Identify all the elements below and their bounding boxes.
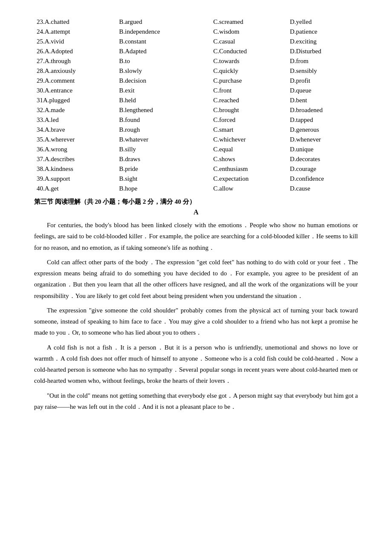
- passage-title: A: [34, 208, 358, 216]
- table-row: 37.A.describesB.drawsC.showsD.decorates: [34, 154, 358, 164]
- option-b: B.slowly: [116, 66, 210, 76]
- table-row: 36.A.wrongB.sillyC.equalD.unique: [34, 145, 358, 154]
- option-b: B.whatever: [116, 135, 210, 145]
- question-number: 32.A.made: [34, 105, 116, 115]
- passage-paragraph: For centuries, the body's blood has been…: [34, 220, 358, 253]
- table-row: 25.A.vividB.constantC.casualD.exciting: [34, 37, 358, 46]
- table-row: 33.A.ledB.foundC.forcedD.tapped: [34, 115, 358, 125]
- option-d: D.tapped: [287, 115, 358, 125]
- option-b: B.rough: [116, 125, 210, 135]
- option-c: C.expectation: [211, 174, 288, 184]
- table-row: 32.A.madeB.lengthenedC.broughtD.broadene…: [34, 105, 358, 115]
- table-row: 24.A.attemptB.independenceC.wisdomD.pati…: [34, 27, 358, 37]
- option-d: D.cause: [287, 184, 358, 194]
- option-d: D.from: [287, 56, 358, 66]
- option-b: B.draws: [116, 154, 210, 164]
- option-c: C.quickly: [211, 66, 288, 76]
- option-d: D.yelled: [287, 17, 358, 27]
- option-b: B.to: [116, 56, 210, 66]
- option-c: C.screamed: [211, 17, 288, 27]
- option-d: D.confidence: [287, 174, 358, 184]
- question-number: 36.A.wrong: [34, 145, 116, 154]
- question-number: 39.A.support: [34, 174, 116, 184]
- question-number: 27.A.through: [34, 56, 116, 66]
- option-c: C.casual: [211, 37, 288, 46]
- option-b: B.lengthened: [116, 105, 210, 115]
- option-c: C.smart: [211, 125, 288, 135]
- questions-table: 23.A.chattedB.arguedC.screamedD.yelled24…: [34, 17, 358, 194]
- passage-paragraph: A cold fish is not a fish．It is a person…: [34, 342, 358, 387]
- table-row: 34.A.braveB.roughC.smartD.generous: [34, 125, 358, 135]
- section-header: 第三节 阅读理解（共 20 小题；每小题 2 分，满分 40 分）: [34, 198, 358, 206]
- option-b: B.exit: [116, 86, 210, 95]
- option-b: B.independence: [116, 27, 210, 37]
- option-b: B.decision: [116, 76, 210, 86]
- option-b: B.sight: [116, 174, 210, 184]
- question-number: 24.A.attempt: [34, 27, 116, 37]
- option-b: B.pride: [116, 164, 210, 174]
- option-c: C.Conducted: [211, 46, 288, 56]
- passage-body: For centuries, the body's blood has been…: [34, 220, 358, 412]
- option-b: B.held: [116, 95, 210, 105]
- table-row: 38.A.kindnessB.prideC.enthusiasmD.courag…: [34, 164, 358, 174]
- question-number: 40.A.get: [34, 184, 116, 194]
- option-b: B.Adapted: [116, 46, 210, 56]
- option-d: D.broadened: [287, 105, 358, 115]
- table-row: 39.A.supportB.sightC.expectationD.confid…: [34, 174, 358, 184]
- option-d: D.generous: [287, 125, 358, 135]
- question-number: 25.A.vivid: [34, 37, 116, 46]
- option-d: D.whenever: [287, 135, 358, 145]
- question-number: 30.A.entrance: [34, 86, 116, 95]
- question-number: 26.A.Adopted: [34, 46, 116, 56]
- table-row: 35.A.whereverB.whateverC.whicheverD.when…: [34, 135, 358, 145]
- option-c: C.front: [211, 86, 288, 95]
- question-number: 33.A.led: [34, 115, 116, 125]
- option-b: B.silly: [116, 145, 210, 154]
- passage-paragraph: "Out in the cold" means not getting some…: [34, 390, 358, 413]
- table-row: 40.A.getB.hopeC.allowD.cause: [34, 184, 358, 194]
- option-d: D.queue: [287, 86, 358, 95]
- question-number: 34.A.brave: [34, 125, 116, 135]
- option-d: D.exciting: [287, 37, 358, 46]
- option-b: B.constant: [116, 37, 210, 46]
- table-row: 27.A.throughB.toC.towardsD.from: [34, 56, 358, 66]
- passage-paragraph: The expression "give someone the cold sh…: [34, 305, 358, 338]
- question-number: 37.A.describes: [34, 154, 116, 164]
- option-d: D.decorates: [287, 154, 358, 164]
- question-number: 29.A.comment: [34, 76, 116, 86]
- option-d: D.bent: [287, 95, 358, 105]
- question-number: 28.A.anxiously: [34, 66, 116, 76]
- table-row: 26.A.AdoptedB.AdaptedC.ConductedD.Distur…: [34, 46, 358, 56]
- question-number: 31A.plugged: [34, 95, 116, 105]
- table-row: 29.A.commentB.decisionC.purchaseD.profit: [34, 76, 358, 86]
- option-c: C.brought: [211, 105, 288, 115]
- option-c: C.allow: [211, 184, 288, 194]
- option-c: C.reached: [211, 95, 288, 105]
- table-row: 31A.pluggedB.heldC.reachedD.bent: [34, 95, 358, 105]
- question-number: 23.A.chatted: [34, 17, 116, 27]
- option-d: D.sensibly: [287, 66, 358, 76]
- option-d: D.Disturbed: [287, 46, 358, 56]
- option-c: C.shows: [211, 154, 288, 164]
- option-d: D.courage: [287, 164, 358, 174]
- option-c: C.equal: [211, 145, 288, 154]
- option-b: B.hope: [116, 184, 210, 194]
- option-b: B.found: [116, 115, 210, 125]
- passage-paragraph: Cold can affect other parts of the body．…: [34, 257, 358, 301]
- table-row: 28.A.anxiouslyB.slowlyC.quicklyD.sensibl…: [34, 66, 358, 76]
- table-row: 30.A.entranceB.exitC.frontD.queue: [34, 86, 358, 95]
- option-c: C.towards: [211, 56, 288, 66]
- table-row: 23.A.chattedB.arguedC.screamedD.yelled: [34, 17, 358, 27]
- question-number: 35.A.wherever: [34, 135, 116, 145]
- option-c: C.purchase: [211, 76, 288, 86]
- option-c: C.wisdom: [211, 27, 288, 37]
- option-b: B.argued: [116, 17, 210, 27]
- option-c: C.whichever: [211, 135, 288, 145]
- option-d: D.profit: [287, 76, 358, 86]
- option-c: C.forced: [211, 115, 288, 125]
- option-d: D.unique: [287, 145, 358, 154]
- option-d: D.patience: [287, 27, 358, 37]
- question-number: 38.A.kindness: [34, 164, 116, 174]
- option-c: C.enthusiasm: [211, 164, 288, 174]
